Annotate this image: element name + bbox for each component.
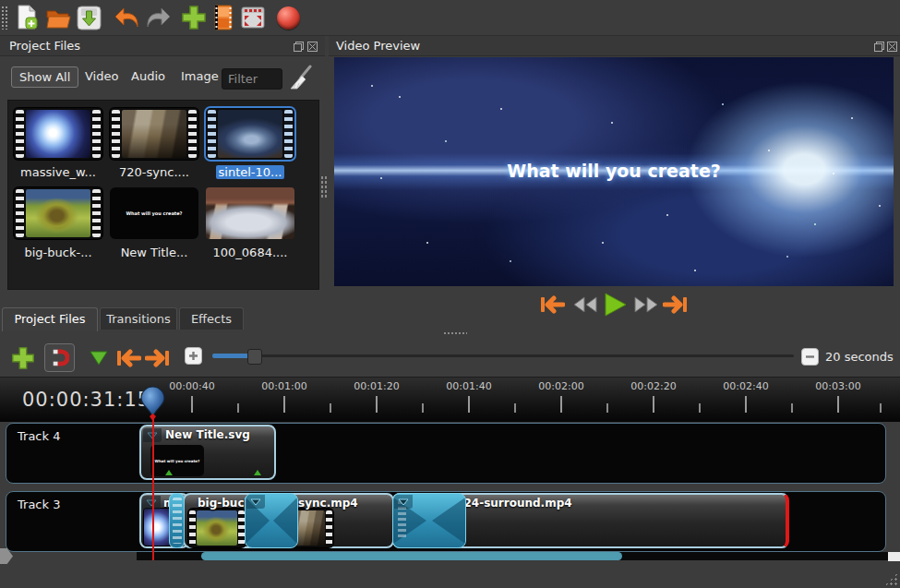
clip-new-title-thumb: What will you create? — [150, 445, 204, 476]
file-label-massive[interactable]: massive_w... — [14, 165, 102, 179]
filter-show-all-button[interactable]: Show All — [11, 66, 78, 88]
ruler-tick — [237, 403, 239, 413]
timeline-ruler[interactable]: 00:00:31:15 00:00:40 00:01:00 00:01:20 0… — [0, 377, 900, 422]
project-files-grid: massive_w... 720-sync.... sintel-10... W… — [7, 100, 319, 290]
next-marker-button[interactable] — [144, 347, 172, 369]
filter-audio-button[interactable]: Audio — [124, 66, 173, 86]
track-4-row[interactable]: Track 4 New Title.svg What will you crea… — [6, 423, 886, 484]
undo-button[interactable] — [114, 5, 141, 30]
timeline-toolbar: 20 seconds — [0, 338, 900, 377]
transport-controls — [334, 288, 894, 323]
jump-to-end-icon — [663, 294, 689, 315]
toolbar-grip-handle[interactable] — [1, 6, 9, 30]
undo-icon — [114, 6, 141, 30]
jump-to-start-button[interactable] — [539, 294, 565, 318]
snapping-magnet-icon — [50, 348, 69, 367]
add-track-icon — [11, 346, 35, 370]
file-thumbnail-720sync[interactable] — [110, 108, 198, 160]
open-project-button[interactable] — [45, 4, 71, 31]
file-thumbnail-bigbuck[interactable] — [14, 187, 102, 239]
scrollbar-thumb[interactable] — [201, 552, 622, 560]
redo-button[interactable] — [144, 5, 172, 30]
file-thumbnail-massive[interactable] — [14, 108, 102, 160]
file-thumbnail-bedroom[interactable] — [206, 187, 294, 239]
zoom-in-button[interactable] — [185, 347, 202, 365]
fullscreen-button[interactable] — [240, 5, 266, 30]
zoom-slider-track[interactable] — [212, 354, 794, 357]
timeline-splitter-handle[interactable] — [443, 331, 467, 336]
zoom-out-button[interactable] — [801, 348, 819, 366]
file-label-sintel[interactable]: sintel-10... — [216, 165, 285, 179]
fast-forward-button[interactable] — [633, 295, 659, 317]
video-preview-canvas[interactable]: What will you create? — [334, 57, 894, 286]
transition-bowtie[interactable] — [392, 493, 466, 548]
thumb-bedroom-image — [206, 187, 294, 239]
add-track-button[interactable] — [9, 345, 37, 371]
main-toolbar — [0, 0, 900, 36]
file-label-bigbuck[interactable]: big-buck-... — [14, 246, 102, 259]
clip-fade-indicator — [254, 470, 261, 475]
filter-video-button[interactable]: Video — [78, 66, 126, 86]
import-files-icon — [181, 5, 207, 30]
new-project-button[interactable] — [14, 4, 40, 31]
clip-menu-chevron-icon[interactable] — [142, 496, 161, 510]
zoom-slider-handle[interactable] — [247, 349, 262, 365]
ruler-tick — [699, 403, 701, 413]
transition-menu-chevron-icon[interactable] — [246, 495, 265, 509]
zoom-in-icon — [188, 351, 198, 361]
zoom-slider[interactable] — [212, 349, 794, 364]
add-marker-button[interactable] — [87, 347, 111, 369]
ruler-tick — [191, 396, 193, 413]
file-thumbnail-sintel[interactable] — [206, 108, 294, 160]
ruler-tick — [606, 403, 608, 413]
close-dock-icon[interactable] — [307, 41, 318, 54]
rewind-button[interactable] — [572, 295, 598, 317]
previous-marker-button[interactable] — [114, 347, 142, 369]
ruler-tick — [376, 396, 378, 413]
video-preview-dock-titlebar: Video Preview — [329, 36, 900, 56]
clip-massive-thumb — [144, 509, 172, 546]
ruler-tick — [653, 396, 654, 413]
play-button[interactable] — [604, 292, 628, 320]
file-label-bedroom[interactable]: 100_0684.... — [206, 246, 294, 259]
playhead-marker[interactable] — [140, 386, 165, 424]
filter-image-button[interactable]: Image — [174, 66, 226, 86]
float-dock-icon[interactable] — [874, 41, 884, 54]
transition-bowtie[interactable] — [245, 493, 298, 548]
export-video-button[interactable] — [274, 5, 302, 30]
scrollbar-right-cap[interactable] — [888, 552, 900, 561]
stars-decoration — [371, 85, 373, 87]
save-project-button[interactable] — [76, 4, 102, 31]
save-project-icon — [77, 6, 102, 30]
tab-transitions[interactable]: Transitions — [100, 307, 177, 330]
thumb-massive-image — [26, 110, 90, 158]
tab-project-files[interactable]: Project Files — [2, 307, 98, 331]
transition-pill[interactable] — [169, 493, 185, 548]
window-resize-grip[interactable] — [884, 572, 898, 586]
fullscreen-icon — [241, 6, 265, 29]
file-label-newtitle[interactable]: New Title... — [110, 246, 198, 259]
tab-effects[interactable]: Effects — [179, 307, 244, 330]
snapping-toggle-button[interactable] — [44, 343, 75, 372]
transition-menu-chevron-icon[interactable] — [394, 495, 413, 509]
clip-new-title[interactable]: New Title.svg What will you create? — [139, 425, 276, 480]
jump-to-end-button[interactable] — [663, 294, 689, 318]
float-dock-icon[interactable] — [294, 41, 304, 54]
jump-to-start-icon — [539, 294, 565, 315]
video-preview-dock-title: Video Preview — [336, 39, 420, 53]
choose-profile-button[interactable] — [212, 4, 234, 31]
file-thumbnail-newtitle[interactable]: What will you create? — [110, 187, 198, 239]
new-project-icon — [15, 5, 39, 30]
close-dock-icon[interactable] — [887, 41, 897, 54]
track-3-row[interactable]: Track 3 m big-buck- 720-sync.mp4 — [6, 491, 886, 552]
clear-filter-broom-icon[interactable] — [288, 65, 312, 93]
file-label-720sync[interactable]: 720-sync.... — [119, 165, 189, 179]
dock-splitter-handle[interactable] — [320, 175, 327, 199]
next-marker-icon — [145, 348, 171, 368]
zoom-scale-label: 20 seconds — [825, 350, 894, 364]
filter-input[interactable] — [222, 68, 282, 90]
filter-image-label: Image — [181, 69, 219, 83]
import-files-button[interactable] — [180, 4, 208, 31]
timeline-scrollbar[interactable] — [0, 552, 900, 561]
ruler-tick — [514, 403, 516, 413]
